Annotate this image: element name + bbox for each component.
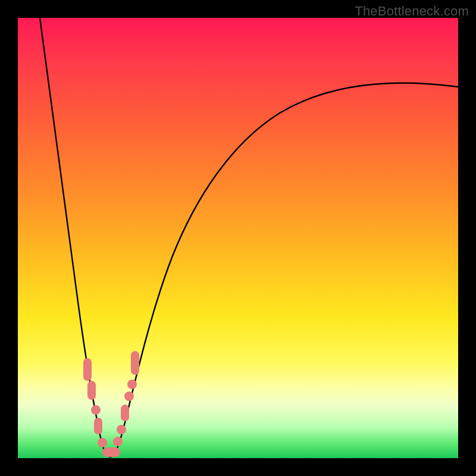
attribution-text: TheBottleneck.com [355,4,469,19]
marker-dot [102,447,120,457]
marker-dot [83,358,92,381]
marker-dot [117,425,126,434]
marker-dot [94,418,102,434]
marker-dot [127,380,137,389]
marker-dot [121,405,129,421]
marker-dot [91,405,101,415]
marker-group [83,351,139,457]
marker-dot [124,392,134,401]
curve-left-branch [40,18,110,457]
marker-dot [98,438,107,447]
marker-dot [87,381,96,400]
curve-right-branch [110,83,458,457]
marker-dot [131,351,139,375]
bottleneck-curve-svg [18,18,458,458]
chart-plot-area [18,18,458,458]
marker-dot [113,437,123,446]
